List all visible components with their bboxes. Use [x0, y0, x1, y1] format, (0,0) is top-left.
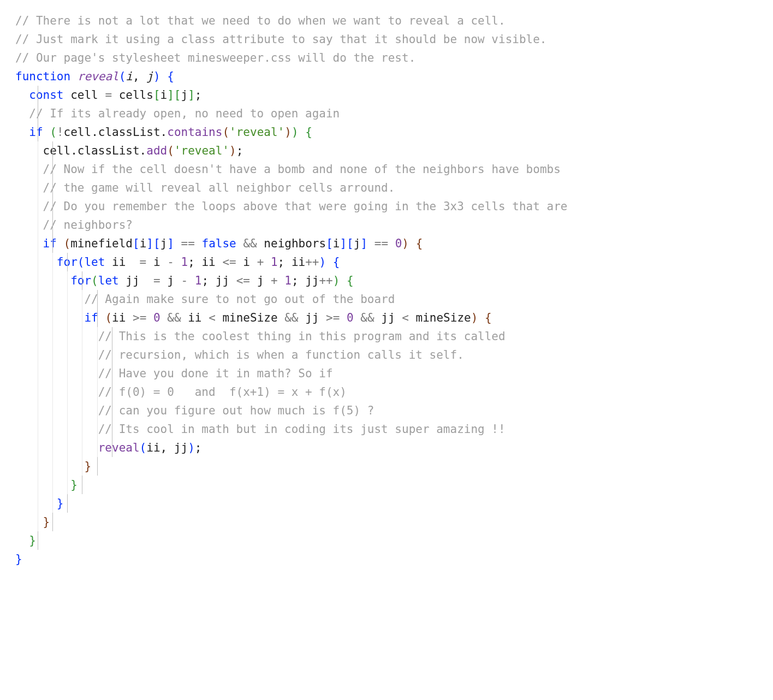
code-token: ;: [195, 88, 202, 102]
code-token: ;: [195, 441, 202, 454]
indent-space: [15, 107, 29, 120]
code-token: cell: [64, 126, 92, 139]
code-token: >=: [133, 311, 146, 324]
code-token: (: [119, 70, 126, 83]
code-token: ;: [236, 144, 243, 157]
code-token: (: [140, 441, 147, 454]
code-line: }: [0, 531, 773, 550]
code-token: cell: [43, 144, 71, 157]
indent-space: [15, 534, 29, 547]
code-token: j: [354, 237, 361, 250]
code-token: ): [319, 256, 326, 269]
code-token: i: [160, 88, 168, 102]
code-line: function reveal(i, j) {: [0, 67, 773, 86]
code-token: [174, 237, 181, 250]
code-line: // recursion, which is when a function c…: [0, 346, 773, 364]
code-token: &&: [284, 311, 298, 324]
code-token: {: [305, 126, 312, 139]
code-token: &&: [167, 311, 181, 324]
indent-space: [15, 367, 98, 380]
code-token: [: [153, 88, 160, 102]
code-token: }: [70, 478, 78, 491]
code-token: mineSize: [409, 311, 471, 324]
code-viewer: // There is not a lot that we need to do…: [0, 11, 773, 601]
code-line: // neighbors?: [0, 216, 773, 234]
code-token: 1: [284, 274, 292, 287]
code-token: ; jj: [292, 274, 319, 287]
code-token: <: [402, 311, 409, 324]
code-line: for(let jj = j - 1; jj <= j + 1; jj++) {: [0, 271, 773, 290]
code-token: <: [209, 311, 216, 324]
code-token: ]: [146, 237, 153, 250]
indent-guide: [67, 494, 68, 513]
code-line: if (!cell.classList.contains('reveal')) …: [0, 123, 773, 141]
code-token: >=: [326, 311, 340, 324]
code-token: [354, 311, 361, 324]
code-line: // Again make sure to not go out of the …: [0, 290, 773, 309]
code-line: }: [0, 550, 773, 568]
indent-space: [15, 256, 57, 269]
code-token: ]: [188, 88, 195, 102]
code-token: ii: [105, 256, 139, 269]
code-token: (: [64, 237, 71, 250]
code-token: [: [347, 237, 354, 250]
code-token: // f(0) = 0 and f(x+1) = x + f(x): [98, 385, 347, 399]
code-token: for: [57, 256, 78, 269]
code-token: [70, 70, 78, 83]
code-token: false: [202, 237, 236, 250]
code-line: // There is not a lot that we need to do…: [0, 11, 773, 30]
code-token: ]: [360, 237, 367, 250]
code-token: ]: [340, 237, 347, 250]
code-line: reveal(ii, jj);: [0, 438, 773, 457]
code-token: [188, 274, 195, 287]
code-token: cells: [112, 88, 153, 102]
code-line: // If its already open, no need to open …: [0, 104, 773, 123]
code-token: [43, 126, 50, 139]
code-token: (: [105, 311, 112, 324]
code-token: &&: [243, 237, 257, 250]
code-token: 1: [271, 256, 278, 269]
code-line: // can you figure out how much is f(5) ?: [0, 401, 773, 420]
code-token: if: [29, 126, 43, 139]
code-token: 'reveal': [174, 144, 229, 157]
code-line: // This is the coolest thing in this pro…: [0, 327, 773, 346]
indent-space: [15, 88, 29, 102]
code-token: jj: [299, 311, 326, 324]
indent-guide: [97, 457, 98, 476]
code-token: (: [91, 274, 98, 287]
code-line: // Our page's stylesheet minesweeper.css…: [0, 49, 773, 67]
indent-space: [15, 348, 98, 361]
code-line: // Its cool in math but in coding its ju…: [0, 420, 773, 438]
code-line: // Now if the cell doesn't have a bomb a…: [0, 160, 773, 179]
code-token: jj: [174, 441, 188, 454]
code-token: if: [43, 237, 57, 250]
code-token: jj: [374, 311, 402, 324]
code-token: // Do you remember the loops above that …: [43, 200, 568, 213]
indent-space: [15, 126, 29, 139]
code-token: let: [98, 274, 119, 287]
code-token: // recursion, which is when a function c…: [98, 348, 464, 361]
indent-space: [15, 460, 84, 473]
indent-space: [15, 423, 98, 436]
code-line: // f(0) = 0 and f(x+1) = x + f(x): [0, 383, 773, 401]
code-token: const: [29, 88, 63, 102]
code-token: ; ii: [278, 256, 306, 269]
code-line: }: [0, 476, 773, 494]
code-token: ; ii: [188, 256, 222, 269]
indent-space: [15, 385, 98, 399]
code-token: ): [188, 441, 195, 454]
code-line: }: [0, 513, 773, 531]
code-token: [236, 237, 243, 250]
code-token: classList: [98, 126, 160, 139]
code-token: [: [133, 237, 140, 250]
code-token: // neighbors?: [43, 218, 133, 232]
code-token: ): [229, 144, 236, 157]
code-token: i: [146, 256, 167, 269]
code-token: ): [292, 126, 299, 139]
code-token: i: [126, 70, 133, 83]
code-token: +: [271, 274, 278, 287]
code-token: (: [78, 256, 85, 269]
code-token: }: [84, 460, 91, 473]
code-token: classList: [78, 144, 140, 157]
code-token: function: [15, 70, 70, 83]
